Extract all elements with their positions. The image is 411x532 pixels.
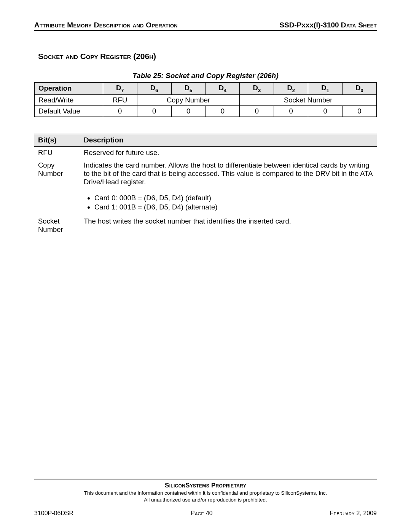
cell-desc-rfu: Reserved for future use. <box>80 146 377 159</box>
cell-bits-copy: Copy Number <box>34 159 80 188</box>
table-caption: Table 25: Socket and Copy Register (206h… <box>34 72 377 80</box>
list-item: Card 0: 000B = (D6, D5, D4) (default) <box>94 194 373 202</box>
col-d0: D0 <box>342 83 377 95</box>
footer-date: February 2, 2009 <box>330 510 377 517</box>
cell-default-d1: 0 <box>308 105 342 117</box>
header-right: SSD-Pxxx(I)-3100 Data Sheet <box>279 21 377 29</box>
cell-copy-number: Copy Number <box>137 94 240 105</box>
col-d1: D1 <box>308 83 342 95</box>
page-header: Attribute Memory Description and Operati… <box>34 21 377 31</box>
bit-description-table: Bit(s) Description RFU Reserved for futu… <box>34 134 377 236</box>
section-title: Socket and Copy Register (206h) <box>38 52 377 61</box>
footer-confidential-2: All unauthorized use and/or reproduction… <box>34 497 377 503</box>
cell-default-label: Default Value <box>35 105 103 117</box>
cell-desc-socket: The host writes the socket number that i… <box>80 215 377 236</box>
col-operation: Operation <box>35 83 103 95</box>
footer-page: Page 40 <box>191 510 213 517</box>
col-d5: D5 <box>171 83 206 95</box>
col-d2: D2 <box>274 83 308 95</box>
page-footer: SiliconSystems Proprietary This document… <box>34 479 377 517</box>
footer-proprietary: SiliconSystems Proprietary <box>34 482 377 489</box>
col-d6: D6 <box>137 83 171 95</box>
header-right-prefix: SSD-Pxxx(I)-3100 <box>279 21 341 29</box>
cell-default-d7: 0 <box>103 105 137 117</box>
table-row: Copy Number Indicates the card number. A… <box>34 159 377 188</box>
col-bits: Bit(s) <box>34 134 80 146</box>
cell-default-d0: 0 <box>342 105 377 117</box>
cell-default-d2: 0 <box>274 105 308 117</box>
footer-confidential-1: This document and the information contai… <box>34 490 377 496</box>
table-row: Read/Write RFU Copy Number Socket Number <box>35 94 377 105</box>
col-d3: D3 <box>240 83 274 95</box>
cell-desc-copy-bullets: Card 0: 000B = (D6, D5, D4) (default) Ca… <box>80 188 377 215</box>
cell-bits-copy-blank <box>34 188 80 215</box>
cell-rfu: RFU <box>103 94 137 105</box>
cell-socket-number: Socket Number <box>240 94 377 105</box>
cell-bits-rfu: RFU <box>34 146 80 159</box>
register-table: Operation D7 D6 D5 D4 D3 D2 D1 D0 Read/W… <box>34 82 377 117</box>
footer-doc-number: 3100P-06DSR <box>34 510 73 517</box>
header-left: Attribute Memory Description and Operati… <box>34 21 178 29</box>
header-right-suffix: Data Sheet <box>341 21 377 29</box>
cell-default-d4: 0 <box>206 105 240 117</box>
table-row: RFU Reserved for future use. <box>34 146 377 159</box>
col-d4: D4 <box>206 83 240 95</box>
list-item: Card 1: 001B = (D6, D5, D4) (alternate) <box>94 203 373 211</box>
table-row: Socket Number The host writes the socket… <box>34 215 377 236</box>
cell-default-d5: 0 <box>171 105 206 117</box>
cell-desc-copy: Indicates the card number. Allows the ho… <box>80 159 377 188</box>
cell-default-d3: 0 <box>240 105 274 117</box>
table-row: Card 0: 000B = (D6, D5, D4) (default) Ca… <box>34 188 377 215</box>
col-description: Description <box>80 134 377 146</box>
footer-rule <box>34 479 377 479</box>
cell-bits-socket: Socket Number <box>34 215 80 236</box>
col-d7: D7 <box>103 83 137 95</box>
cell-rw-label: Read/Write <box>35 94 103 105</box>
cell-default-d6: 0 <box>137 105 171 117</box>
table-row: Default Value 0 0 0 0 0 0 0 0 <box>35 105 377 117</box>
